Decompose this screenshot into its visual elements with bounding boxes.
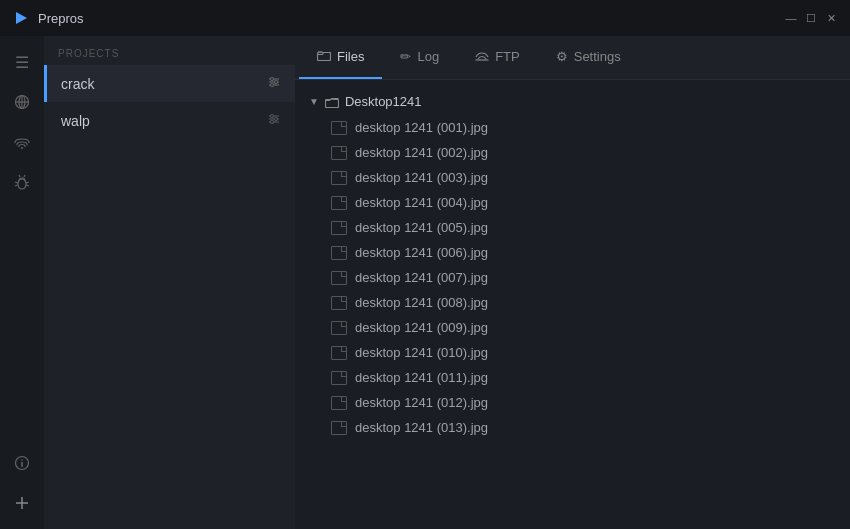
svg-point-29	[271, 121, 274, 124]
svg-line-12	[24, 175, 25, 177]
file-name: desktop 1241 (005).jpg	[355, 220, 488, 235]
file-row[interactable]: desktop 1241 (002).jpg	[295, 140, 850, 165]
window-controls: — ☐ ✕	[784, 11, 838, 25]
file-row[interactable]: desktop 1241 (003).jpg	[295, 165, 850, 190]
file-row[interactable]: desktop 1241 (004).jpg	[295, 190, 850, 215]
titlebar: Prepros — ☐ ✕	[0, 0, 850, 36]
tab-ftp-label: FTP	[495, 49, 520, 64]
tab-bar: Files ✏ Log FTP ⚙ Settings	[295, 36, 850, 80]
file-row[interactable]: desktop 1241 (013).jpg	[295, 415, 850, 440]
projects-header: PROJECTS	[44, 36, 295, 65]
tab-files-label: Files	[337, 49, 364, 64]
folder-icon	[325, 96, 339, 108]
file-row[interactable]: desktop 1241 (009).jpg	[295, 315, 850, 340]
app-title: Prepros	[38, 11, 784, 26]
project-item-walp[interactable]: walp	[44, 102, 295, 139]
main-layout: ☰	[0, 36, 850, 529]
settings-icon: ⚙	[556, 49, 568, 64]
file-row[interactable]: desktop 1241 (008).jpg	[295, 290, 850, 315]
ftp-icon	[475, 49, 489, 64]
file-name: desktop 1241 (009).jpg	[355, 320, 488, 335]
folder-arrow-icon: ▼	[309, 96, 319, 107]
file-icon	[331, 171, 347, 185]
project-name-walp: walp	[61, 113, 267, 129]
svg-line-11	[19, 175, 20, 177]
file-row[interactable]: desktop 1241 (010).jpg	[295, 340, 850, 365]
file-row[interactable]: desktop 1241 (007).jpg	[295, 265, 850, 290]
svg-line-8	[15, 185, 18, 186]
broadcast-icon[interactable]	[4, 124, 40, 160]
file-name: desktop 1241 (010).jpg	[355, 345, 488, 360]
file-tree: ▼ Desktop1241 desktop 1241 (001).jpgdesk…	[295, 80, 850, 529]
file-icon	[331, 246, 347, 260]
file-icon	[331, 396, 347, 410]
svg-point-22	[275, 81, 278, 84]
file-name: desktop 1241 (006).jpg	[355, 245, 488, 260]
file-row[interactable]: desktop 1241 (001).jpg	[295, 115, 850, 140]
svg-line-9	[26, 182, 29, 183]
files-icon	[317, 49, 331, 64]
project-name-crack: crack	[61, 76, 267, 92]
svg-point-27	[271, 115, 274, 118]
svg-point-15	[21, 459, 23, 461]
add-project-button[interactable]	[4, 485, 40, 521]
app-logo	[12, 9, 30, 27]
tab-ftp[interactable]: FTP	[457, 36, 538, 79]
svg-point-28	[275, 118, 278, 121]
log-icon: ✏	[400, 49, 411, 64]
file-name: desktop 1241 (011).jpg	[355, 370, 488, 385]
file-icon	[331, 321, 347, 335]
close-button[interactable]: ✕	[824, 11, 838, 25]
file-icon	[331, 296, 347, 310]
folder-row[interactable]: ▼ Desktop1241	[295, 88, 850, 115]
file-icon	[331, 271, 347, 285]
tab-settings[interactable]: ⚙ Settings	[538, 36, 639, 79]
file-name: desktop 1241 (004).jpg	[355, 195, 488, 210]
file-name: desktop 1241 (013).jpg	[355, 420, 488, 435]
file-icon	[331, 221, 347, 235]
svg-point-23	[271, 84, 274, 87]
sidebar-icon-strip: ☰	[0, 36, 44, 529]
file-row[interactable]: desktop 1241 (012).jpg	[295, 390, 850, 415]
minimize-button[interactable]: —	[784, 11, 798, 25]
file-icon	[331, 371, 347, 385]
file-icon	[331, 121, 347, 135]
svg-marker-0	[16, 12, 27, 24]
globe-icon[interactable]	[4, 84, 40, 120]
file-icon	[331, 196, 347, 210]
svg-point-21	[271, 78, 274, 81]
sidebar: PROJECTS crack walp	[0, 36, 295, 529]
file-name: desktop 1241 (003).jpg	[355, 170, 488, 185]
project-item-crack[interactable]: crack	[44, 65, 295, 102]
file-row[interactable]: desktop 1241 (005).jpg	[295, 215, 850, 240]
maximize-button[interactable]: ☐	[804, 11, 818, 25]
tab-files[interactable]: Files	[299, 36, 382, 79]
tab-log-label: Log	[417, 49, 439, 64]
bug-icon[interactable]	[4, 164, 40, 200]
svg-point-5	[21, 147, 23, 149]
svg-line-10	[26, 185, 29, 186]
file-name: desktop 1241 (002).jpg	[355, 145, 488, 160]
project-settings-walp[interactable]	[267, 112, 281, 129]
svg-line-7	[15, 182, 18, 183]
file-icon	[331, 146, 347, 160]
folder-name: Desktop1241	[345, 94, 422, 109]
file-name: desktop 1241 (012).jpg	[355, 395, 488, 410]
tab-log[interactable]: ✏ Log	[382, 36, 457, 79]
file-name: desktop 1241 (008).jpg	[355, 295, 488, 310]
project-settings-crack[interactable]	[267, 75, 281, 92]
file-icon	[331, 421, 347, 435]
file-row[interactable]: desktop 1241 (011).jpg	[295, 365, 850, 390]
file-list: desktop 1241 (001).jpgdesktop 1241 (002)…	[295, 115, 850, 440]
content-area: Files ✏ Log FTP ⚙ Settings	[295, 36, 850, 529]
tab-settings-label: Settings	[574, 49, 621, 64]
file-name: desktop 1241 (007).jpg	[355, 270, 488, 285]
file-row[interactable]: desktop 1241 (006).jpg	[295, 240, 850, 265]
file-icon	[331, 346, 347, 360]
svg-rect-30	[318, 53, 331, 61]
menu-icon[interactable]: ☰	[4, 44, 40, 80]
file-name: desktop 1241 (001).jpg	[355, 120, 488, 135]
info-icon[interactable]	[4, 445, 40, 481]
